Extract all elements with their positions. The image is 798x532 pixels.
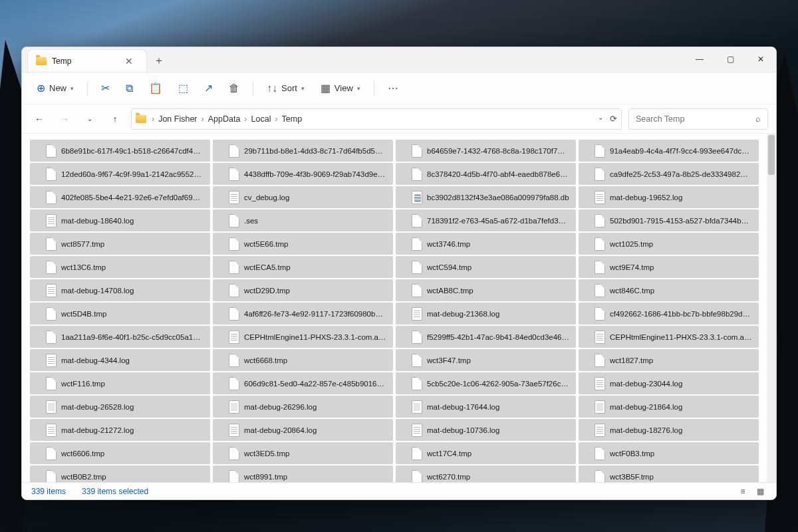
- file-item[interactable]: mat-debug-18276.log: [579, 419, 759, 441]
- scrollbar[interactable]: [767, 134, 776, 482]
- file-item[interactable]: wct1827.tmp: [579, 349, 759, 371]
- file-item[interactable]: wct3ED5.tmp: [213, 442, 393, 464]
- crumb[interactable]: AppData: [207, 114, 242, 124]
- file-item[interactable]: wct846C.tmp: [579, 279, 759, 301]
- file-item[interactable]: wctF0B3.tmp: [579, 442, 759, 464]
- minimize-button[interactable]: —: [684, 47, 715, 72]
- tab-close-button[interactable]: ✕: [122, 56, 136, 66]
- rename-button[interactable]: ⬚: [172, 77, 195, 100]
- details-view-icon[interactable]: ≡: [736, 485, 749, 497]
- divider: [374, 81, 374, 96]
- file-item[interactable]: bc3902d8132f43e3ae086a009979fa88.db: [396, 186, 576, 208]
- search-icon[interactable]: ⌕: [755, 114, 761, 124]
- file-item[interactable]: mat-debug-23044.log: [579, 372, 759, 394]
- file-list[interactable]: 6b8e91bc-617f-49c1-b518-c26647cdf4ad.tmp…: [22, 134, 767, 482]
- file-item[interactable]: mat-debug-17644.log: [396, 396, 576, 418]
- file-item[interactable]: cf492662-1686-41bb-bc7b-bbfe98b29d99.t..…: [579, 303, 759, 325]
- file-name: wct6606.tmp: [61, 450, 104, 458]
- file-item[interactable]: wct5E66.tmp: [213, 233, 393, 255]
- up-button[interactable]: ↑: [106, 110, 124, 128]
- file-item[interactable]: 606d9c81-5ed0-4a22-857e-c485b9016318.t..…: [213, 372, 393, 394]
- file-item[interactable]: ca9dfe25-2c53-497a-8b25-de3334982501.tmp: [579, 163, 759, 185]
- file-name: CEPHtmlEngine11-PHXS-23.3.1-com.adobe...: [244, 333, 386, 341]
- file-item[interactable]: f5299ff5-42b1-47ac-9b41-84ed0cd3e46b.tmp: [396, 326, 576, 348]
- file-item[interactable]: wct6606.tmp: [30, 442, 210, 464]
- view-button[interactable]: ▦ View ▾: [314, 77, 367, 100]
- tab-temp[interactable]: Temp ✕: [27, 49, 147, 72]
- file-item[interactable]: wct3B5F.tmp: [579, 466, 759, 482]
- file-item[interactable]: b64659e7-1432-4768-8c8a-198c170f7532.tmp: [396, 140, 576, 162]
- recent-button[interactable]: ⌄: [80, 110, 99, 128]
- file-item[interactable]: mat-debug-26528.log: [30, 396, 210, 418]
- more-button[interactable]: ⋯: [381, 77, 405, 100]
- crumb[interactable]: Temp: [281, 114, 304, 124]
- file-item[interactable]: mat-debug-20864.log: [213, 419, 393, 441]
- file-item[interactable]: 402fe085-5be4-4e21-92e6-e7efd0af698c.tmp: [30, 186, 210, 208]
- delete-button[interactable]: 🗑: [222, 77, 246, 100]
- share-button[interactable]: ↗: [198, 77, 219, 100]
- file-item[interactable]: mat-debug-21272.log: [30, 419, 210, 441]
- file-item[interactable]: wct13C6.tmp: [30, 256, 210, 278]
- file-item[interactable]: 4438dffb-709e-4f3b-9069-f29ab743d9e9.tmp: [213, 163, 393, 185]
- file-item[interactable]: wct1025.tmp: [579, 233, 759, 255]
- file-item[interactable]: mat-debug-10736.log: [396, 419, 576, 441]
- search-box[interactable]: ⌕: [628, 108, 768, 130]
- file-item[interactable]: 8c378420-4d5b-4f70-abf4-eaedb878e665.tmp: [396, 163, 576, 185]
- thumbnails-view-icon[interactable]: ▦: [753, 485, 767, 497]
- file-item[interactable]: wctAB8C.tmp: [396, 279, 576, 301]
- file-item[interactable]: mat-debug-18640.log: [30, 209, 210, 231]
- new-button[interactable]: ⊕ New ▾: [30, 77, 80, 100]
- file-item[interactable]: wct6270.tmp: [396, 466, 576, 482]
- breadcrumb[interactable]: › Jon Fisher › AppData › Local › Temp ⌄ …: [131, 108, 622, 130]
- file-item[interactable]: wct3F47.tmp: [396, 349, 576, 371]
- new-tab-button[interactable]: ＋: [147, 49, 171, 72]
- crumb[interactable]: Local: [250, 114, 273, 124]
- cut-button[interactable]: ✂: [94, 77, 116, 100]
- file-item[interactable]: mat-debug-19652.log: [579, 186, 759, 208]
- file-item[interactable]: mat-debug-26296.log: [213, 396, 393, 418]
- file-item[interactable]: CEPHtmlEngine11-PHXS-23.3.1-com.adobe...: [579, 326, 759, 348]
- file-item[interactable]: 718391f2-e763-45a5-a672-d1ba7fefd39d.tmp: [396, 209, 576, 231]
- file-item[interactable]: 4af6ff26-fe73-4e92-9117-1723f60980b2.tmp: [213, 303, 393, 325]
- file-item[interactable]: 5cb5c20e-1c06-4262-905a-73ae57f26c51.tmp: [396, 372, 576, 394]
- file-item[interactable]: 91a4eab9-4c4a-4f7f-9cc4-993ee647dc0a.tmp: [579, 140, 759, 162]
- file-item[interactable]: mat-debug-21368.log: [396, 303, 576, 325]
- file-item[interactable]: 6b8e91bc-617f-49c1-b518-c26647cdf4ad.tmp: [30, 140, 210, 162]
- file-item[interactable]: wct8577.tmp: [30, 233, 210, 255]
- maximize-button[interactable]: ▢: [715, 47, 745, 72]
- file-item[interactable]: wctF116.tmp: [30, 372, 210, 394]
- file-item[interactable]: wct8991.tmp: [213, 466, 393, 482]
- file-item[interactable]: cv_debug.log: [213, 186, 393, 208]
- scrollbar-thumb[interactable]: [768, 135, 775, 175]
- file-item[interactable]: 502bd901-7915-4153-a527-bfda7344bc15.t..…: [579, 209, 759, 231]
- paste-button[interactable]: 📋: [142, 77, 169, 100]
- search-input[interactable]: [636, 114, 750, 124]
- history-dropdown-icon[interactable]: ⌄: [598, 114, 603, 124]
- file-item[interactable]: mat-debug-4344.log: [30, 349, 210, 371]
- file-item[interactable]: wctD29D.tmp: [213, 279, 393, 301]
- file-name: wctD29D.tmp: [244, 287, 290, 295]
- file-item[interactable]: wctC594.tmp: [396, 256, 576, 278]
- file-item[interactable]: 1aa211a9-6f6e-40f1-b25c-c5d9cc05a18b.tmp: [30, 326, 210, 348]
- sort-button[interactable]: ↑↓ Sort ▾: [260, 77, 311, 100]
- forward-button[interactable]: →: [55, 110, 74, 128]
- refresh-icon[interactable]: ⟳: [610, 114, 617, 124]
- file-item[interactable]: wctB0B2.tmp: [30, 466, 210, 482]
- file-item[interactable]: mat-debug-14708.log: [30, 279, 210, 301]
- file-item[interactable]: 12ded60a-9f67-4c9f-99a1-2142ac955207.tmp: [30, 163, 210, 185]
- file-item[interactable]: wctECA5.tmp: [213, 256, 393, 278]
- crumb[interactable]: Jon Fisher: [157, 114, 198, 124]
- file-item[interactable]: wct3746.tmp: [396, 233, 576, 255]
- file-item[interactable]: wct9E74.tmp: [579, 256, 759, 278]
- copy-button[interactable]: ⧉: [119, 77, 140, 100]
- file-item[interactable]: CEPHtmlEngine11-PHXS-23.3.1-com.adobe...: [213, 326, 393, 348]
- file-item[interactable]: wct5D4B.tmp: [30, 303, 210, 325]
- window-close-button[interactable]: ✕: [745, 47, 776, 72]
- file-item[interactable]: 29b711bd-b8e1-4dd3-8c71-7d64fb5d54ee.t..…: [213, 140, 393, 162]
- back-button[interactable]: ←: [30, 110, 49, 128]
- file-item[interactable]: .ses: [213, 209, 393, 231]
- file-item[interactable]: wct6668.tmp: [213, 349, 393, 371]
- file-item[interactable]: mat-debug-21864.log: [579, 396, 759, 418]
- file-name: mat-debug-19652.log: [610, 194, 682, 201]
- file-item[interactable]: wct17C4.tmp: [396, 442, 576, 464]
